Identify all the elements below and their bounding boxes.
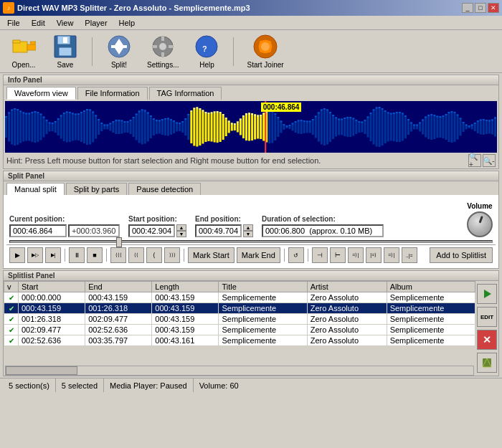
duration-group: Duration of selection: [262,215,384,237]
zoom-buttons: 🔍+ 🔍- [468,154,496,167]
menu-bar: File Edit View Player Help [0,16,502,30]
waveform-display[interactable]: 000:46.864 [5,101,497,153]
next-button[interactable]: ⟩⟩⟩ [164,247,180,263]
minimize-button[interactable]: _ [462,3,473,13]
tab-split-by-parts[interactable]: Split by parts [66,183,128,195]
go-start-button[interactable]: =⟩| [348,247,364,263]
menu-edit[interactable]: Edit [26,17,51,29]
end-position-spinner[interactable]: ▲ ▼ [243,224,253,237]
close-button[interactable]: ✕ [488,3,499,13]
maximize-button[interactable]: □ [475,3,486,13]
menu-file[interactable]: File [1,17,26,29]
table-row[interactable]: ✔ 001:26.318 002:09.477 000:43.159 Sempl… [4,314,475,325]
table-row[interactable]: ✔ 000:00.000 000:43.159 000:43.159 Sempl… [4,292,475,303]
splitlist-right-buttons: EDIT ✕ [475,281,498,376]
skip-back-far-button[interactable]: ⟨⟨⟨ [110,247,126,263]
row-check[interactable]: ✔ [4,335,19,346]
go-end2-button[interactable]: =⟩| [384,247,399,263]
row-title: Semplicemente [219,303,307,314]
position-slider[interactable] [9,240,493,243]
waveform-hint: Hint: Press Left mouse button for start … [4,153,498,168]
splitlist-scroll-area[interactable]: v Start End Length Title Artist Album ✔ … [4,281,475,366]
save-button[interactable]: Save [47,32,83,70]
row-start: 000:43.159 [19,303,85,314]
tab-manual-split[interactable]: Manual split [6,183,65,195]
menu-help[interactable]: Help [113,17,141,29]
row-title: Semplicemente [219,335,307,346]
scroll-thumb[interactable] [6,366,77,375]
toolbar-separator-1 [92,37,93,66]
skip-back-button[interactable]: ⟨⟨ [128,247,144,263]
save-icon [52,34,78,59]
row-artist: Zero Assoluto [307,292,387,303]
row-start: 000:00.000 [19,292,85,303]
start-joiner-button[interactable]: Start Joiner [242,32,288,70]
tab-file-information[interactable]: File Information [77,87,148,100]
table-row[interactable]: ✔ 002:52.636 003:35.797 000:43.161 Sempl… [4,335,475,346]
row-end: 001:26.318 [85,303,152,314]
row-check[interactable]: ✔ [4,314,19,325]
split-button[interactable]: Split! [101,32,137,70]
tab-pause-detection[interactable]: Pause detection [128,183,201,195]
play-end-button[interactable]: ▶| [45,247,61,263]
menu-view[interactable]: View [51,17,80,29]
go-end3-button[interactable]: ..|= [402,247,417,263]
row-album: Semplicemente [387,335,475,346]
splitlist-info-button[interactable] [477,353,497,373]
prev-button[interactable]: ⟨ [146,247,162,263]
play-button[interactable]: ▶ [9,247,25,263]
splitlist-play-button[interactable] [477,284,497,304]
volume-knob[interactable] [467,211,493,237]
col-length: Length [152,282,219,292]
volume-group: Volume [467,202,493,237]
play-alt-button[interactable]: ▶▷ [27,247,43,263]
row-end: 000:43.159 [85,292,152,303]
end-spin-down[interactable]: ▼ [243,231,253,237]
splitlist-panel-wrapper: Splitlist Panel v Start End Length Title… [3,270,499,376]
split-icon [106,34,132,59]
settings-button[interactable]: Settings... [143,32,183,70]
split-panel-title: Split Panel [4,171,498,181]
splitlist-table: v Start End Length Title Artist Album ✔ … [4,281,475,346]
help-button[interactable]: ? Help [189,32,224,70]
mark-start-button[interactable]: Mark Start [188,247,235,263]
row-check[interactable]: ✔ [4,292,19,303]
zoom-out-button[interactable]: 🔍- [483,154,496,167]
col-start: Start [19,282,85,292]
end-spin-up[interactable]: ▲ [243,224,253,231]
table-row[interactable]: ✔ 002:09.477 002:52.636 000:43.159 Sempl… [4,325,475,335]
add-splitlist-button[interactable]: Add to Splitlist [430,247,493,263]
pause-button[interactable]: ⏸ [69,247,85,263]
horizontal-scrollbar[interactable] [5,366,474,376]
end-position-input[interactable] [195,224,242,237]
spin-down[interactable]: ▼ [176,231,186,237]
splitlist-edit-button[interactable]: EDIT [477,307,497,327]
transport-sep-2 [106,249,107,262]
spin-up[interactable]: ▲ [176,224,186,231]
current-offset-input[interactable] [68,224,120,237]
splitlist-delete-button[interactable]: ✕ [477,330,497,350]
go-end-button[interactable]: |=⟩ [366,247,382,263]
position-row: Curent position: Start position: ▲ ▼ [6,199,496,239]
skip-start-button[interactable]: ⊣ [312,247,328,263]
svg-rect-23 [483,358,491,367]
menu-player[interactable]: Player [79,17,113,29]
open-button[interactable]: Open... [6,32,42,70]
tab-tag-information[interactable]: TAG Information [149,87,222,100]
stop-button[interactable]: ■ [87,247,103,263]
open-label: Open... [12,61,36,69]
current-position-input[interactable] [9,224,67,237]
start-position-input[interactable] [128,224,175,237]
mark-end-button[interactable]: Mark End [237,247,280,263]
skip-end-button[interactable]: ⊢ [330,247,346,263]
slider-thumb[interactable] [116,237,122,247]
row-artist: Zero Assoluto [307,303,387,314]
app-icon: ♪ [3,2,14,14]
start-position-spinner[interactable]: ▲ ▼ [176,224,186,237]
loop-button[interactable]: ↺ [288,247,304,263]
row-check[interactable]: ✔ [4,303,19,314]
zoom-in-button[interactable]: 🔍+ [468,154,481,167]
tab-waveform-view[interactable]: Waveform view [6,87,76,100]
row-check[interactable]: ✔ [4,325,19,335]
table-row[interactable]: ✔ 000:43.159 001:26.318 000:43.159 Sempl… [4,303,475,314]
